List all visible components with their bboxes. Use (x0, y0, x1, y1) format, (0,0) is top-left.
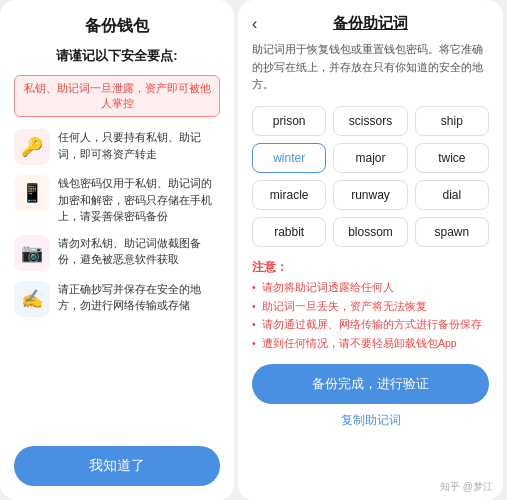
security-text: 请勿对私钥、助记词做截图备份，避免被恶意软件获取 (58, 235, 220, 268)
left-heading: 请谨记以下安全要点: (56, 47, 177, 65)
back-arrow-icon[interactable]: ‹ (252, 15, 257, 33)
security-item: 📷 请勿对私钥、助记词做截图备份，避免被恶意软件获取 (14, 235, 220, 271)
security-items: 🔑 任何人，只要持有私钥、助记词，即可将资产转走 📱 钱包密码仅用于私钥、助记词… (14, 129, 220, 434)
right-header: ‹ 备份助记词 (252, 14, 489, 33)
word-cell: blossom (333, 217, 407, 247)
word-cell: rabbit (252, 217, 326, 247)
security-icon: ✍️ (14, 281, 50, 317)
warning-banner: 私钥、助记词一旦泄露，资产即可被他人掌控 (14, 75, 220, 117)
word-cell: miracle (252, 180, 326, 210)
security-icon: 📱 (14, 175, 50, 211)
notes-item: 请勿将助记词透露给任何人 (252, 280, 489, 296)
word-cell: dial (415, 180, 489, 210)
word-cell: major (333, 143, 407, 173)
notes-title: 注意： (252, 259, 489, 276)
word-cell: scissors (333, 106, 407, 136)
know-button[interactable]: 我知道了 (14, 446, 220, 486)
verify-button[interactable]: 备份完成，进行验证 (252, 364, 489, 404)
security-text: 任何人，只要持有私钥、助记词，即可将资产转走 (58, 129, 220, 162)
security-icon: 🔑 (14, 129, 50, 165)
word-cell: ship (415, 106, 489, 136)
word-cell: spawn (415, 217, 489, 247)
security-item: ✍️ 请正确抄写并保存在安全的地方，勿进行网络传输或存储 (14, 281, 220, 317)
security-item: 📱 钱包密码仅用于私钥、助记词的加密和解密，密码只存储在手机上，请妥善保密码备份 (14, 175, 220, 225)
notes-item: 请勿通过截屏、网络传输的方式进行备份保存 (252, 317, 489, 333)
security-text: 请正确抄写并保存在安全的地方，勿进行网络传输或存储 (58, 281, 220, 314)
security-text: 钱包密码仅用于私钥、助记词的加密和解密，密码只存储在手机上，请妥善保密码备份 (58, 175, 220, 225)
watermark: 知乎 @梦江 (440, 480, 493, 494)
word-grid: prisonscissorsshipwintermajortwicemiracl… (252, 106, 489, 247)
word-cell: twice (415, 143, 489, 173)
copy-link[interactable]: 复制助记词 (252, 412, 489, 429)
word-cell: prison (252, 106, 326, 136)
right-title: 备份助记词 (333, 14, 408, 33)
left-panel: 备份钱包 请谨记以下安全要点: 私钥、助记词一旦泄露，资产即可被他人掌控 🔑 任… (0, 0, 234, 500)
word-cell: winter (252, 143, 326, 173)
notes-item: 遭到任何情况，请不要轻易卸载钱包App (252, 336, 489, 352)
notes-section: 注意： 请勿将助记词透露给任何人助记词一旦丢失，资产将无法恢复请勿通过截屏、网络… (252, 259, 489, 352)
right-description: 助记词用于恢复钱包或重置钱包密码。将它准确的抄写在纸上，并存放在只有你知道的安全… (252, 41, 489, 94)
notes-list: 请勿将助记词透露给任何人助记词一旦丢失，资产将无法恢复请勿通过截屏、网络传输的方… (252, 280, 489, 352)
word-cell: runway (333, 180, 407, 210)
right-panel: ‹ 备份助记词 助记词用于恢复钱包或重置钱包密码。将它准确的抄写在纸上，并存放在… (238, 0, 503, 500)
security-icon: 📷 (14, 235, 50, 271)
security-item: 🔑 任何人，只要持有私钥、助记词，即可将资产转走 (14, 129, 220, 165)
left-title: 备份钱包 (85, 16, 149, 37)
notes-item: 助记词一旦丢失，资产将无法恢复 (252, 299, 489, 315)
